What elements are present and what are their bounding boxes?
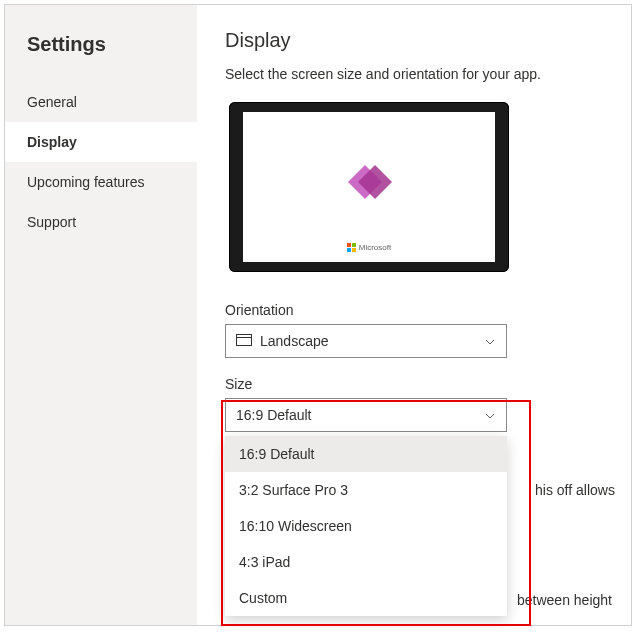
size-label: Size bbox=[225, 376, 603, 392]
microsoft-brand-text: Microsoft bbox=[359, 243, 391, 252]
orientation-select[interactable]: Landscape bbox=[225, 324, 507, 358]
sidebar-item-upcoming-features[interactable]: Upcoming features bbox=[5, 162, 197, 202]
page-subtitle: Select the screen size and orientation f… bbox=[225, 66, 603, 82]
size-group: Size 16:9 Default 16:9 Default 3:2 Surfa… bbox=[225, 376, 603, 432]
size-select[interactable]: 16:9 Default bbox=[225, 398, 507, 432]
orientation-value: Landscape bbox=[260, 333, 329, 349]
page-title: Display bbox=[225, 29, 603, 52]
powerapps-logo-icon bbox=[351, 164, 387, 200]
size-option-16-10-widescreen[interactable]: 16:10 Widescreen bbox=[225, 508, 507, 544]
chevron-down-icon bbox=[484, 409, 496, 421]
main-panel: Display Select the screen size and orien… bbox=[197, 5, 631, 625]
occluded-text-1: his off allows bbox=[535, 482, 636, 498]
occluded-text-2: between height bbox=[517, 592, 636, 608]
sidebar: Settings General Display Upcoming featur… bbox=[5, 5, 197, 625]
size-option-16-9-default[interactable]: 16:9 Default bbox=[225, 436, 507, 472]
size-value: 16:9 Default bbox=[236, 407, 312, 423]
sidebar-item-support[interactable]: Support bbox=[5, 202, 197, 242]
sidebar-item-general[interactable]: General bbox=[5, 82, 197, 122]
size-option-4-3-ipad[interactable]: 4:3 iPad bbox=[225, 544, 507, 580]
svg-rect-0 bbox=[237, 335, 252, 346]
size-option-3-2-surface-pro-3[interactable]: 3:2 Surface Pro 3 bbox=[225, 472, 507, 508]
orientation-label: Orientation bbox=[225, 302, 603, 318]
sidebar-title: Settings bbox=[5, 23, 197, 82]
microsoft-logo-icon bbox=[347, 243, 356, 252]
device-screen: Microsoft bbox=[243, 112, 495, 262]
svg-rect-1 bbox=[237, 335, 252, 338]
landscape-icon bbox=[236, 333, 252, 349]
device-preview: Microsoft bbox=[229, 102, 509, 272]
sidebar-item-display[interactable]: Display bbox=[5, 122, 197, 162]
chevron-down-icon bbox=[484, 335, 496, 347]
size-option-custom[interactable]: Custom bbox=[225, 580, 507, 616]
size-dropdown-list: 16:9 Default 3:2 Surface Pro 3 16:10 Wid… bbox=[225, 436, 507, 616]
settings-window: Settings General Display Upcoming featur… bbox=[4, 4, 632, 626]
microsoft-brand: Microsoft bbox=[347, 243, 391, 252]
